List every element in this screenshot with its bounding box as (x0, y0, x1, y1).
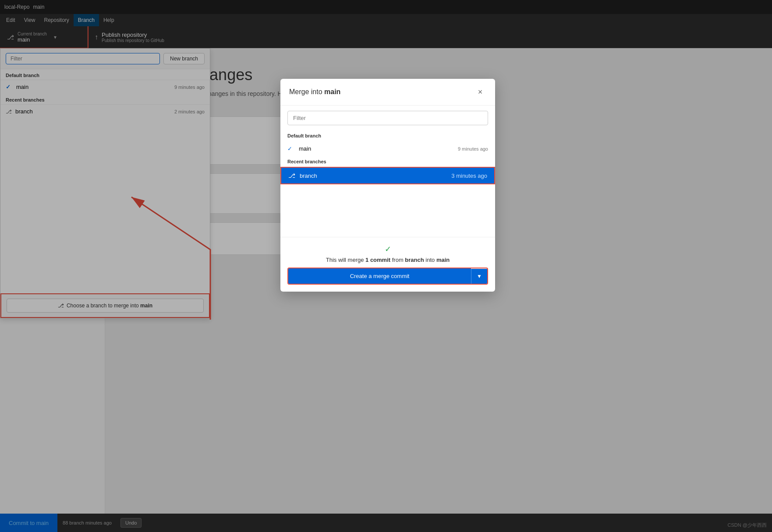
merge-dialog-header: Merge into main × (280, 79, 495, 106)
merge-branch-fork-icon: ⎇ (288, 172, 295, 179)
create-merge-dropdown-button[interactable]: ▼ (471, 269, 487, 284)
merge-default-branch-time: 9 minutes ago (458, 146, 488, 151)
merge-default-branch-header: Default branch (280, 130, 495, 141)
merge-selected-branch-time: 3 minutes ago (451, 173, 487, 179)
create-merge-commit-container: Create a merge commit ▼ (287, 268, 488, 285)
merge-filter-input[interactable] (287, 111, 488, 125)
merge-dialog-title: Merge into main (289, 88, 340, 96)
merge-check-icon: ✓ (287, 145, 294, 152)
merge-default-branch-name: main (299, 145, 311, 152)
create-merge-commit-button[interactable]: Create a merge commit (288, 268, 471, 284)
merge-default-branch-item[interactable]: ✓ main 9 minutes ago (280, 141, 495, 156)
merge-selected-branch-name: branch (300, 173, 317, 179)
merge-dialog: Merge into main × Default branch ✓ main … (280, 79, 495, 292)
merge-dialog-close-button[interactable]: × (474, 86, 486, 98)
merge-selected-branch-item[interactable]: ⎇ branch 3 minutes ago (280, 167, 495, 184)
merge-recent-branches-header: Recent branches (280, 156, 495, 167)
merge-dialog-footer: ✓ This will merge 1 commit from branch i… (280, 237, 495, 292)
merge-status-check: ✓ (287, 244, 488, 254)
merge-status: ✓ This will merge 1 commit from branch i… (287, 244, 488, 263)
